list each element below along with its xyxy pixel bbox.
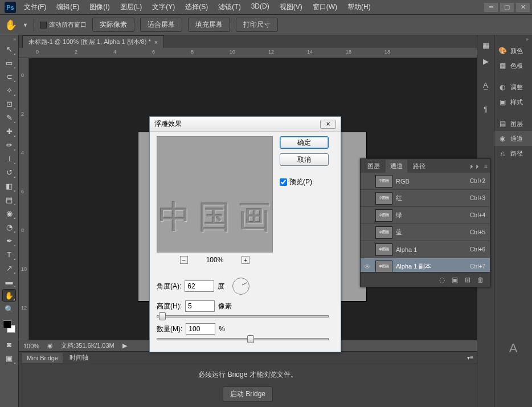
fit-screen-button[interactable]: 适合屏幕: [140, 18, 182, 32]
brush-tool[interactable]: ✏: [2, 139, 16, 151]
print-size-button[interactable]: 打印尺寸: [236, 18, 278, 32]
wand-tool[interactable]: ✧: [2, 84, 16, 96]
panel-menu-icon2[interactable]: ≡: [484, 163, 488, 169]
status-icon[interactable]: ◉: [47, 342, 53, 349]
sp-adjust[interactable]: 调整: [510, 83, 523, 92]
path-tool[interactable]: ↗: [2, 262, 16, 274]
launch-bridge-button[interactable]: 启动 Bridge: [223, 386, 273, 402]
document-tab[interactable]: 未标题-1 @ 100% (图层 1, Alpha 1 副本/8) * ×: [22, 35, 164, 48]
new-channel-icon[interactable]: ⊞: [465, 276, 470, 284]
save-selection-icon[interactable]: ▣: [452, 276, 458, 284]
stamp-tool[interactable]: ⊥: [2, 152, 16, 165]
zoom-tool[interactable]: 🔍: [2, 303, 16, 315]
minimize-button[interactable]: ━: [484, 3, 498, 12]
menu-text[interactable]: 文字(Y): [149, 1, 178, 13]
fg-color-swatch[interactable]: [3, 320, 11, 328]
menu-3d[interactable]: 3D(D): [248, 1, 273, 13]
shape-tool[interactable]: ▬: [2, 275, 16, 288]
color-swatches[interactable]: [3, 320, 15, 333]
screenmode-tool[interactable]: ▣: [2, 352, 16, 364]
sp-swatch[interactable]: 色板: [510, 62, 523, 70]
menu-window[interactable]: 窗口(W): [309, 1, 341, 13]
sidepanel-collapse-icon[interactable]: »: [494, 35, 532, 43]
crop-tool[interactable]: ⊡: [2, 97, 16, 110]
visibility-icon[interactable]: [363, 177, 372, 186]
status-arrow-icon[interactable]: ▶: [122, 342, 127, 349]
amount-input[interactable]: [186, 323, 215, 335]
close-button[interactable]: ✕: [516, 3, 530, 12]
scroll-all-checkbox[interactable]: [40, 22, 47, 29]
marquee-tool[interactable]: ▭: [2, 56, 16, 69]
blur-tool[interactable]: ◉: [2, 207, 16, 219]
sp-channels[interactable]: 通道: [510, 135, 523, 143]
gradient-tool[interactable]: ▤: [2, 193, 16, 206]
history-brush-tool[interactable]: ↺: [2, 166, 16, 178]
angle-dial[interactable]: [232, 278, 249, 295]
ok-button[interactable]: 确定: [280, 136, 329, 149]
collapse-icon[interactable]: »: [0, 36, 18, 42]
angle-input[interactable]: [185, 280, 214, 292]
height-slider[interactable]: [157, 315, 329, 318]
cancel-button[interactable]: 取消: [280, 153, 329, 166]
menu-edit[interactable]: 编辑(E): [53, 1, 83, 13]
eraser-tool[interactable]: ◧: [2, 180, 16, 192]
quickmask-tool[interactable]: ◙: [2, 338, 16, 351]
tab-close-icon[interactable]: ×: [154, 39, 158, 46]
panel-tab-paths[interactable]: 路径: [408, 160, 430, 173]
dock-icon-a[interactable]: A̲: [480, 79, 492, 91]
healing-tool[interactable]: ✚: [2, 125, 16, 137]
visibility-icon[interactable]: 👁: [363, 262, 372, 271]
menu-file[interactable]: 文件(F): [21, 1, 50, 13]
zoom-in-button[interactable]: +: [242, 256, 249, 264]
sp-style[interactable]: 样式: [510, 98, 523, 107]
pen-tool[interactable]: ✒: [2, 234, 16, 247]
load-selection-icon[interactable]: ◌: [439, 276, 445, 284]
delete-channel-icon[interactable]: 🗑: [477, 276, 484, 284]
dock-icon-play[interactable]: ▶: [480, 55, 492, 67]
sp-color[interactable]: 颜色: [510, 47, 523, 55]
channel-row[interactable]: 中国画 RGB Ctrl+2: [361, 173, 490, 190]
panel-expand-icon[interactable]: ⏵⏵: [469, 163, 481, 169]
move-tool[interactable]: ↖: [2, 43, 16, 55]
dock-icon-p[interactable]: ¶: [480, 103, 492, 115]
channel-row[interactable]: 中国画 Alpha 1 Ctrl+6: [361, 241, 490, 258]
amount-slider[interactable]: [157, 338, 329, 340]
channel-row[interactable]: 👁 中国画 Alpha 1 副本 Ctrl+7: [361, 258, 490, 272]
menu-select[interactable]: 选择(S): [182, 1, 211, 13]
dodge-tool[interactable]: ◔: [2, 221, 16, 233]
channel-row[interactable]: 中国画 蓝 Ctrl+5: [361, 224, 490, 241]
panel-tab-layers[interactable]: 图层: [363, 160, 384, 173]
menu-image[interactable]: 图像(I): [86, 1, 113, 13]
status-zoom[interactable]: 100%: [23, 343, 39, 349]
channel-row[interactable]: 中国画 绿 Ctrl+4: [361, 207, 490, 224]
dropdown-icon[interactable]: ▼: [23, 22, 28, 28]
timeline-tab[interactable]: 时间轴: [65, 352, 93, 364]
visibility-icon[interactable]: [363, 245, 372, 254]
zoom-out-button[interactable]: −: [180, 256, 188, 264]
text-tool[interactable]: T: [2, 248, 16, 261]
channel-row[interactable]: 中国画 红 Ctrl+3: [361, 190, 490, 207]
height-input[interactable]: [185, 300, 215, 312]
panel-tab-channels[interactable]: 通道: [386, 160, 407, 173]
hand-tool[interactable]: ✋: [2, 289, 16, 302]
visibility-icon[interactable]: [363, 211, 372, 220]
actual-pixels-button[interactable]: 实际像素: [92, 18, 134, 32]
menu-help[interactable]: 帮助(H): [344, 1, 374, 13]
maximize-button[interactable]: ▢: [500, 3, 514, 12]
menu-layer[interactable]: 图层(L): [117, 1, 146, 13]
dock-icon-1[interactable]: ▦: [480, 39, 492, 51]
sp-paths[interactable]: 路径: [510, 149, 523, 158]
dialog-close-button[interactable]: ✕: [320, 120, 336, 129]
sp-layers[interactable]: 图层: [510, 120, 523, 128]
preview-checkbox[interactable]: [280, 178, 287, 186]
lasso-tool[interactable]: ⊂: [2, 70, 16, 83]
minibridge-tab[interactable]: Mini Bridge: [22, 353, 63, 363]
visibility-icon[interactable]: [363, 228, 372, 237]
menu-view[interactable]: 视图(V): [276, 1, 306, 13]
panel-menu-icon[interactable]: ▾≡: [467, 355, 473, 361]
visibility-icon[interactable]: [363, 194, 372, 203]
fill-screen-button[interactable]: 填充屏幕: [188, 18, 230, 32]
menu-filter[interactable]: 滤镜(T): [215, 1, 244, 13]
eyedropper-tool[interactable]: ✎: [2, 111, 16, 124]
effect-preview[interactable]: 中 国 画: [157, 136, 273, 253]
